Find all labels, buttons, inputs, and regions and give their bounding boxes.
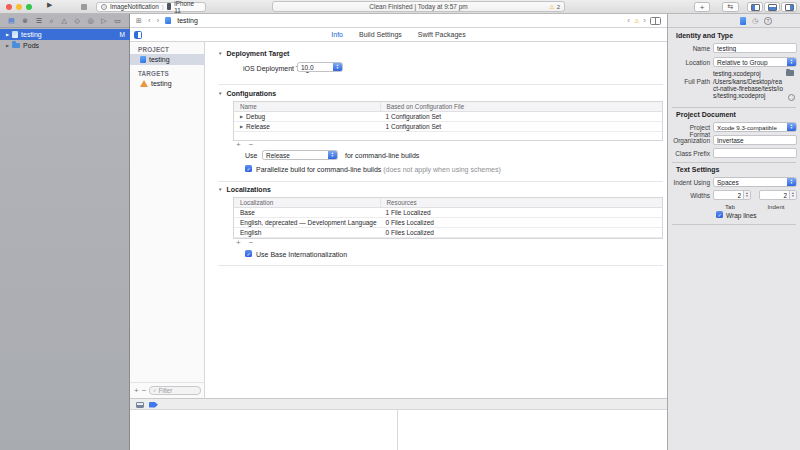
toolbar: ▶ i ImageNotification ⟩ iPhone 11 Clean …	[0, 0, 800, 14]
disclosure-icon[interactable]: ▶	[240, 124, 243, 129]
device-icon	[167, 3, 172, 10]
inspector-divider	[672, 224, 796, 225]
navigator-sidebar: ▤ ⊗ ☰ ⌕ △ ◇ ◎ ▷ ▭ ▶ testing M ▶ Pods	[0, 14, 130, 450]
section-localizations[interactable]: ▼ Localizations	[218, 186, 271, 193]
filter-field[interactable]: ⌕	[149, 386, 201, 395]
add-editor-icon[interactable]	[650, 17, 661, 25]
history-inspector-icon[interactable]: ◷	[752, 17, 758, 25]
section-disclosure-icon[interactable]: ▼	[218, 51, 222, 56]
close-window-button[interactable]	[6, 4, 12, 10]
test-navigator-icon[interactable]: ◇	[74, 17, 79, 25]
find-navigator-icon[interactable]: ⌕	[50, 17, 54, 25]
add-localization-button[interactable]: +	[236, 238, 241, 247]
remove-target-button[interactable]: −	[142, 386, 147, 395]
section-disclosure-icon[interactable]: ▼	[218, 187, 222, 192]
issue-navigator-icon[interactable]: △	[61, 17, 66, 25]
jump-bar-file-name[interactable]: testing	[177, 17, 198, 24]
wrap-lines-checkbox[interactable]: ✓	[716, 211, 723, 218]
debug-navigator-icon[interactable]: ◎	[88, 17, 94, 25]
class-prefix-field[interactable]	[713, 148, 797, 158]
section-divider	[218, 84, 663, 85]
section-configurations[interactable]: ▼ Configurations	[218, 90, 276, 97]
organization-field[interactable]	[713, 135, 797, 145]
forward-icon[interactable]: ›	[157, 16, 160, 25]
symbol-navigator-icon[interactable]: ☰	[36, 17, 42, 25]
console-view[interactable]	[398, 410, 667, 450]
inspector-divider	[672, 162, 796, 163]
project-format-dropdown[interactable]: Xcode 9.3-compatible ▴▾	[713, 122, 797, 132]
source-control-navigator-icon[interactable]: ⊗	[22, 17, 28, 25]
target-list-item[interactable]: testing	[130, 78, 205, 89]
library-add-button[interactable]: +	[694, 2, 710, 12]
report-navigator-icon[interactable]: ▭	[114, 17, 121, 25]
toggle-inspector-button[interactable]	[781, 2, 797, 12]
breakpoint-navigator-icon[interactable]: ▷	[101, 17, 106, 25]
add-target-button[interactable]: +	[134, 386, 139, 395]
next-issue-icon[interactable]: ›	[643, 16, 646, 25]
use-label: Use	[245, 152, 257, 159]
scheme-target-icon: i	[101, 4, 107, 10]
tab-swift-packages[interactable]: Swift Packages	[418, 31, 466, 38]
disclosure-icon[interactable]: ▶	[6, 32, 9, 37]
disclosure-icon[interactable]: ▶	[6, 43, 9, 48]
location-dropdown[interactable]: Relative to Group ▴▾	[713, 57, 797, 67]
project-tree-item-pods[interactable]: ▶ Pods	[0, 40, 130, 51]
issue-badge[interactable]: ⚠ 2	[549, 2, 560, 11]
indent-using-dropdown[interactable]: Spaces ▴▾	[713, 177, 797, 187]
tab-build-settings[interactable]: Build Settings	[359, 31, 402, 38]
reveal-in-finder-icon[interactable]: →	[788, 94, 795, 101]
remove-localization-button[interactable]: −	[249, 238, 254, 247]
project-tree-item-testing[interactable]: ▶ testing M	[0, 29, 130, 40]
back-icon[interactable]: ‹	[148, 16, 151, 25]
table-row[interactable]: ▶Release 1 Configuration Set	[234, 122, 662, 132]
file-inspector-icon[interactable]	[740, 17, 746, 25]
filter-input[interactable]	[158, 387, 197, 394]
breakpoints-toggle-icon[interactable]	[149, 402, 158, 408]
command-line-config-dropdown[interactable]: Release ▴▾	[262, 150, 338, 160]
ios-deployment-target-dropdown[interactable]: 10.0 ▴▾	[297, 62, 343, 72]
project-list-item[interactable]: testing	[130, 54, 205, 65]
related-items-icon[interactable]: ⊞	[136, 17, 142, 25]
previous-issue-icon[interactable]: ‹	[627, 16, 630, 25]
quick-help-inspector-icon[interactable]: ?	[764, 17, 772, 25]
inspector-divider	[672, 107, 796, 108]
debug-area-toggle-icon[interactable]	[136, 402, 144, 408]
tab-width-stepper[interactable]: 2 ▴▾	[713, 190, 751, 200]
disclosure-icon[interactable]: ▶	[240, 114, 243, 119]
show-projects-list-icon[interactable]	[134, 31, 142, 39]
choose-location-folder-icon[interactable]	[786, 70, 794, 76]
localizations-add-remove: + −	[236, 238, 253, 247]
table-row[interactable]: English 0 Files Localized	[234, 228, 662, 238]
table-row[interactable]: English, deprecated — Development Langua…	[234, 218, 662, 228]
code-review-button[interactable]: ⇆	[722, 2, 739, 12]
section-disclosure-icon[interactable]: ▼	[218, 91, 222, 96]
minimize-window-button[interactable]	[16, 4, 22, 10]
scheme-target-name: ImageNotification	[110, 3, 159, 10]
parallelize-checkbox[interactable]: ✓	[245, 165, 252, 172]
stepper-arrows-icon[interactable]: ▴▾	[789, 191, 796, 199]
table-row[interactable]: ▶Debug 1 Configuration Set	[234, 112, 662, 122]
run-button[interactable]: ▶	[47, 1, 52, 9]
stepper-arrows-icon[interactable]: ▴▾	[743, 191, 750, 199]
dropdown-arrows-icon: ▴▾	[787, 178, 796, 186]
zoom-window-button[interactable]	[26, 4, 32, 10]
widths-label: Widths	[668, 192, 710, 199]
table-row[interactable]: Base 1 File Localized	[234, 208, 662, 218]
tab-info[interactable]: Info	[331, 31, 343, 38]
add-configuration-button[interactable]: +	[236, 140, 241, 149]
section-deployment-target[interactable]: ▼ Deployment Target	[218, 50, 289, 57]
use-suffix-label: for command-line builds	[345, 152, 419, 159]
full-path-label: Full Path	[668, 78, 710, 85]
variables-view[interactable]	[130, 410, 397, 450]
panel-filter-bar: + − ⌕	[130, 382, 205, 398]
stop-button[interactable]	[81, 4, 87, 10]
toggle-navigator-button[interactable]	[747, 2, 763, 12]
dropdown-arrows-icon: ▴▾	[333, 63, 342, 71]
base-internationalization-checkbox[interactable]: ✓	[245, 250, 252, 257]
project-navigator-icon[interactable]: ▤	[8, 17, 15, 25]
indent-width-stepper[interactable]: 2 ▴▾	[759, 190, 797, 200]
remove-configuration-button[interactable]: −	[249, 140, 254, 149]
scheme-selector[interactable]: i ImageNotification ⟩ iPhone 11	[96, 2, 206, 12]
name-field[interactable]	[713, 43, 797, 53]
toggle-debug-area-button[interactable]	[764, 2, 780, 12]
